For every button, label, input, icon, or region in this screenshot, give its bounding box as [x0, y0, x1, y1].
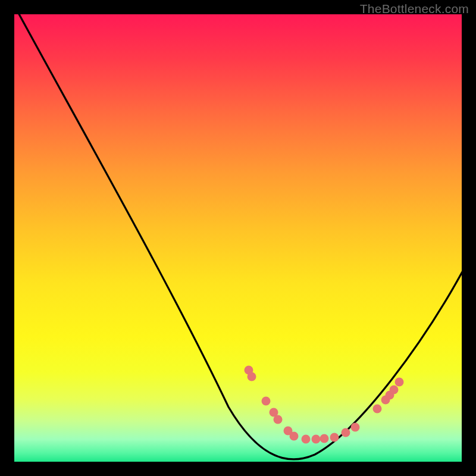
data-point [320, 434, 329, 443]
watermark-text: TheBottleneck.com [360, 2, 469, 16]
data-point [390, 386, 399, 394]
data-point [274, 415, 283, 424]
data-point [248, 372, 256, 381]
data-point [330, 433, 339, 442]
data-point [395, 378, 404, 387]
data-point [342, 428, 350, 437]
bottleneck-curve [14, 14, 462, 462]
chart-frame: TheBottleneck.com [0, 0, 476, 476]
data-point [262, 397, 271, 406]
data-point [351, 423, 360, 432]
data-point [312, 435, 321, 444]
plot-area [14, 14, 462, 462]
data-point [290, 432, 299, 441]
data-point [302, 435, 311, 444]
data-point [373, 405, 382, 414]
